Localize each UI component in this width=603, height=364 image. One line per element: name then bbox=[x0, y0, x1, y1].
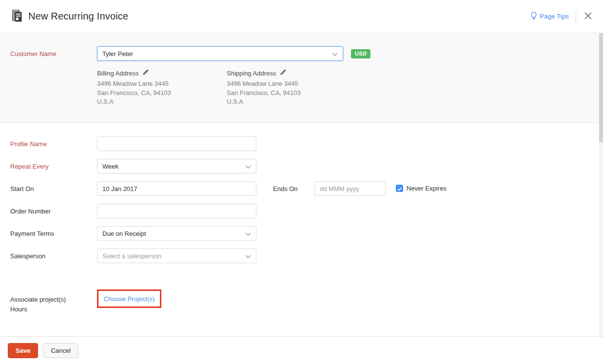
page-header: New Recurring Invoice Page Tips bbox=[0, 0, 603, 33]
associate-projects-label-line1: Associate project(s) bbox=[10, 295, 97, 305]
order-number-input[interactable] bbox=[97, 204, 256, 218]
shipping-address-title: Shipping Address bbox=[227, 70, 276, 77]
billing-address-title: Billing Address bbox=[97, 70, 138, 77]
customer-name-select[interactable]: Tyler Peter bbox=[97, 46, 343, 61]
page-tips-link[interactable]: Page Tips bbox=[530, 12, 569, 21]
check-icon bbox=[397, 184, 402, 193]
scrollbar-track[interactable] bbox=[599, 33, 603, 336]
lightbulb-icon bbox=[530, 12, 537, 21]
chevron-down-icon bbox=[245, 163, 251, 170]
associate-projects-label-line2: Hours bbox=[10, 305, 97, 314]
order-number-label: Order Number bbox=[10, 204, 97, 215]
repeat-every-select[interactable]: Week bbox=[97, 159, 256, 173]
profile-name-label: Profile Name bbox=[10, 136, 97, 148]
payment-terms-select[interactable]: Due on Receipt bbox=[97, 226, 256, 241]
choose-projects-highlight: Choose Project(s) bbox=[97, 289, 161, 308]
associate-projects-label: Associate project(s) Hours bbox=[10, 291, 97, 314]
shipping-address-line: U.S.A bbox=[227, 97, 356, 107]
page-title: New Recurring Invoice bbox=[28, 11, 128, 22]
close-icon bbox=[584, 12, 592, 21]
recurring-invoice-form: Profile Name Repeat Every Week Start On … bbox=[0, 123, 603, 336]
never-expires-checkbox[interactable] bbox=[396, 185, 403, 192]
pencil-icon bbox=[142, 69, 149, 77]
repeat-every-value: Week bbox=[102, 163, 118, 170]
billing-address-edit-button[interactable] bbox=[142, 69, 149, 77]
billing-address-line: 3496 Meadow Lane 3445 bbox=[97, 79, 227, 89]
ends-on-input[interactable] bbox=[314, 181, 386, 196]
shipping-address-line: San Francisco, CA, 94103 bbox=[227, 89, 356, 98]
save-button[interactable]: Save bbox=[8, 343, 38, 358]
shipping-address-line: 3496 Meadow Lane 3445 bbox=[227, 79, 356, 89]
billing-address-block: Billing Address 3496 Meadow Lane 3445 Sa… bbox=[97, 69, 227, 107]
close-button[interactable] bbox=[583, 11, 593, 22]
salesperson-select[interactable]: Select a salesperson bbox=[97, 249, 256, 263]
shipping-address-edit-button[interactable] bbox=[280, 69, 286, 77]
page-tips-label: Page Tips bbox=[540, 13, 569, 20]
cancel-button[interactable]: Cancel bbox=[43, 343, 78, 358]
profile-name-input[interactable] bbox=[97, 136, 256, 151]
chevron-down-icon bbox=[332, 50, 338, 57]
payment-terms-label: Payment Terms bbox=[10, 226, 97, 237]
new-recurring-invoice-page: New Recurring Invoice Page Tips bbox=[0, 0, 603, 364]
start-on-input[interactable] bbox=[97, 181, 256, 196]
billing-address-line: San Francisco, CA, 94103 bbox=[97, 89, 227, 98]
chevron-down-icon bbox=[245, 252, 251, 260]
payment-terms-value: Due on Receipt bbox=[102, 230, 146, 237]
chevron-down-icon bbox=[245, 230, 251, 237]
choose-projects-link[interactable]: Choose Project(s) bbox=[104, 295, 155, 303]
ends-on-label: Ends On bbox=[273, 181, 314, 192]
scrollbar-thumb[interactable] bbox=[599, 33, 603, 142]
shipping-address-block: Shipping Address 3496 Meadow Lane 3445 S… bbox=[227, 69, 356, 107]
currency-badge: USD bbox=[351, 49, 370, 58]
header-divider bbox=[576, 10, 576, 23]
billing-address-line: U.S.A bbox=[97, 97, 227, 107]
start-on-label: Start On bbox=[10, 181, 97, 192]
page-footer: Save Cancel bbox=[0, 336, 603, 364]
pencil-icon bbox=[280, 69, 286, 77]
never-expires-label: Never Expires bbox=[407, 185, 447, 192]
salesperson-placeholder: Select a salesperson bbox=[102, 252, 161, 260]
repeat-every-label: Repeat Every bbox=[10, 159, 97, 170]
salesperson-label: Salesperson bbox=[10, 249, 97, 260]
customer-name-value: Tyler Peter bbox=[102, 50, 133, 57]
customer-section: Customer Name Tyler Peter USD Billing Ad… bbox=[0, 33, 603, 123]
customer-name-label: Customer Name bbox=[10, 50, 97, 57]
recurring-invoice-icon bbox=[12, 10, 23, 23]
